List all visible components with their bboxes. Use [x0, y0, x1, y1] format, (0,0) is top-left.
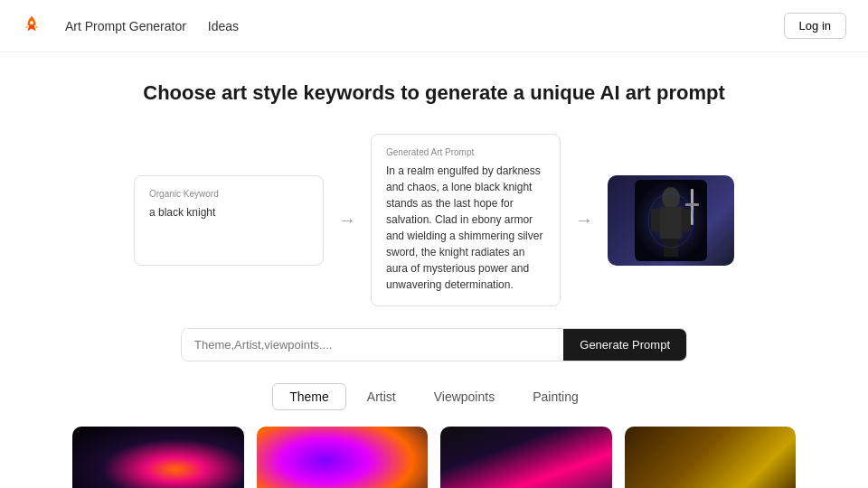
grid-image-nebula [257, 427, 429, 488]
tabs-row: ThemeArtistViewpointsPainting [0, 383, 868, 410]
grid-image-galaxy [72, 427, 244, 488]
generate-prompt-button[interactable]: Generate Prompt [563, 329, 686, 361]
grid-item-steampunk[interactable]: Steampunk [625, 427, 797, 488]
grid-item-nebula[interactable]: nebula [257, 427, 429, 488]
hero-section: Choose art style keywords to generate a … [0, 52, 868, 123]
tab-viewpoints[interactable]: Viewpoints [417, 383, 512, 410]
svg-rect-9 [685, 203, 699, 206]
svg-rect-5 [682, 209, 691, 231]
demo-result-image [608, 175, 734, 266]
search-input[interactable] [182, 329, 563, 361]
nav-link-ideas[interactable]: Ideas [208, 19, 239, 33]
svg-rect-4 [651, 209, 660, 231]
generated-prompt-label: Generated Art Prompt [386, 147, 545, 157]
generated-prompt-card: Generated Art Prompt In a realm engulfed… [371, 134, 561, 306]
svg-point-2 [662, 187, 680, 209]
login-button[interactable]: Log in [784, 13, 846, 39]
hero-title: Choose art style keywords to generate a … [0, 81, 868, 105]
svg-rect-3 [660, 207, 682, 239]
search-container: Generate Prompt [181, 328, 687, 361]
logo-icon [22, 14, 42, 38]
search-section: Generate Prompt [0, 328, 868, 383]
theme-grid: galaxynebulaCyberpunkSteampunkNordic myt… [0, 427, 868, 488]
grid-image-cyberpunk [440, 427, 612, 488]
grid-image-steampunk [625, 427, 797, 488]
organic-keyword-value: a black knight [149, 204, 308, 221]
tab-artist[interactable]: Artist [350, 383, 413, 410]
arrow-icon-2: → [575, 210, 593, 230]
grid-item-galaxy[interactable]: galaxy [72, 427, 244, 488]
grid-item-cyberpunk[interactable]: Cyberpunk [440, 427, 612, 488]
organic-keyword-label: Organic Keyword [149, 189, 308, 199]
tab-painting[interactable]: Painting [515, 383, 596, 410]
nav-links: Art Prompt Generator Ideas [65, 19, 239, 33]
navbar: Art Prompt Generator Ideas Log in [0, 0, 868, 52]
svg-point-0 [30, 21, 33, 24]
generated-prompt-value: In a realm engulfed by darkness and chao… [386, 163, 545, 293]
organic-keyword-card: Organic Keyword a black knight [134, 175, 324, 266]
tab-theme[interactable]: Theme [272, 383, 346, 410]
arrow-icon-1: → [338, 210, 356, 230]
nav-left: Art Prompt Generator Ideas [22, 14, 239, 38]
nav-link-art-prompt-generator[interactable]: Art Prompt Generator [65, 19, 186, 33]
demo-section: Organic Keyword a black knight → Generat… [0, 123, 868, 328]
